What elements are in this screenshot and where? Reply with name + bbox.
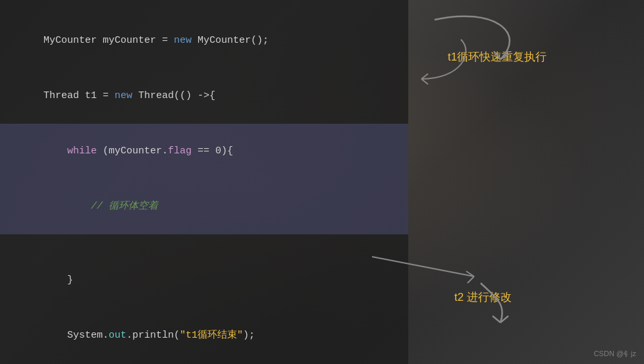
annotation-t1-label: t1循环快速重复执行	[448, 49, 547, 65]
code-line-6: }	[20, 253, 395, 308]
code-line-1: MyCounter myCounter = new MyCounter();	[20, 13, 395, 68]
watermark: CSDN @钅jz	[594, 349, 636, 359]
code-text	[43, 145, 67, 157]
code-text: (myCounter.	[97, 145, 168, 157]
code-text: System.	[43, 330, 109, 341]
code-keyword: new	[174, 35, 192, 46]
code-text: Thread(() ->{	[132, 90, 215, 101]
code-line-5	[20, 234, 395, 253]
code-string: "t1循环结束"	[180, 330, 243, 341]
code-line-3-highlighted: while (myCounter.flag == 0){	[0, 124, 408, 179]
code-text: MyCounter();	[192, 35, 269, 46]
code-while-keyword: while	[67, 145, 97, 157]
code-text: }	[43, 274, 73, 286]
code-text: Thread t1 =	[43, 90, 115, 101]
code-text: .println(	[126, 330, 180, 341]
code-text: );	[243, 330, 255, 341]
code-text: == 0){	[192, 145, 233, 157]
code-line-2: Thread t1 = new Thread(() ->{	[20, 68, 395, 124]
code-comment: // 循环体空着	[43, 201, 158, 212]
code-line-7: System.out.println("t1循环结束");	[20, 308, 395, 363]
code-keyword: new	[115, 90, 132, 101]
code-line-4: // 循环体空着	[0, 179, 408, 234]
annotations-panel: t1循环快速重复执行 t2 进行修改	[408, 0, 644, 364]
annotation-t2-label: t2 进行修改	[454, 290, 512, 305]
code-text: MyCounter myCounter =	[43, 35, 174, 46]
code-flag: flag	[168, 145, 192, 157]
code-panel: MyCounter myCounter = new MyCounter(); T…	[0, 0, 408, 364]
code-method: out	[109, 330, 126, 341]
